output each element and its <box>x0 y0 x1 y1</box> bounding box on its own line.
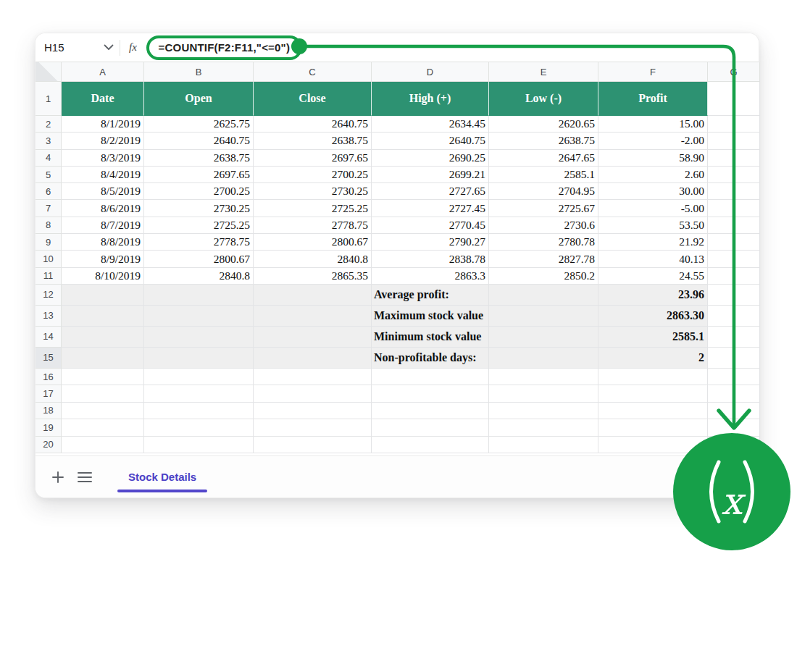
cell[interactable]: 24.55 <box>598 268 708 285</box>
cell[interactable] <box>708 369 760 385</box>
cell[interactable] <box>489 306 598 327</box>
cell[interactable]: 15.00 <box>598 116 708 133</box>
cell[interactable]: 8/6/2019 <box>62 200 144 217</box>
cell[interactable]: 2780.78 <box>489 234 598 251</box>
cell[interactable] <box>708 348 760 369</box>
sheet-tab-stock-details[interactable]: Stock Details <box>118 456 206 497</box>
cell[interactable] <box>62 306 144 327</box>
cell[interactable]: 2800.67 <box>144 251 254 267</box>
cell[interactable] <box>708 183 760 200</box>
cell[interactable] <box>144 385 254 402</box>
cell[interactable] <box>708 82 760 116</box>
cell[interactable] <box>254 348 372 369</box>
row-header-16[interactable]: 16 <box>36 369 62 385</box>
cell[interactable] <box>708 133 760 149</box>
cell[interactable] <box>708 385 760 402</box>
cell[interactable] <box>708 268 760 285</box>
column-header-F[interactable]: F <box>598 62 708 82</box>
column-header-A[interactable]: A <box>62 62 144 82</box>
cell[interactable] <box>62 419 144 436</box>
cell[interactable]: 2840.8 <box>144 268 254 285</box>
row-header-11[interactable]: 11 <box>36 268 62 285</box>
row-header-4[interactable]: 4 <box>36 150 62 167</box>
cell[interactable] <box>708 251 760 267</box>
cell[interactable] <box>62 369 144 385</box>
row-header-6[interactable]: 6 <box>36 183 62 200</box>
row-header-1[interactable]: 1 <box>36 82 62 116</box>
cell[interactable] <box>144 437 254 453</box>
cell[interactable]: 2690.25 <box>372 150 489 167</box>
cell[interactable]: 2697.65 <box>144 167 254 183</box>
cell[interactable] <box>372 419 489 436</box>
cell[interactable] <box>144 327 254 348</box>
summary-value[interactable]: 2585.1 <box>598 327 708 348</box>
cell[interactable]: 2725.25 <box>144 217 254 234</box>
cell[interactable]: 2770.45 <box>372 217 489 234</box>
cell[interactable]: 2727.65 <box>372 183 489 200</box>
summary-label[interactable]: Maximum stock value <box>372 306 489 327</box>
cell[interactable] <box>254 369 372 385</box>
cell[interactable] <box>144 403 254 419</box>
summary-label[interactable]: Non-profitable days: <box>372 348 489 369</box>
cell[interactable]: 2778.75 <box>144 234 254 251</box>
cell[interactable]: -5.00 <box>598 200 708 217</box>
summary-value[interactable]: 2 <box>598 348 708 369</box>
cell[interactable] <box>254 306 372 327</box>
cell[interactable]: 2640.75 <box>144 133 254 149</box>
cell[interactable] <box>489 419 598 436</box>
cell[interactable] <box>708 285 760 306</box>
cell[interactable] <box>254 385 372 402</box>
cell[interactable] <box>708 234 760 251</box>
cell[interactable] <box>489 285 598 306</box>
cell[interactable]: 2647.65 <box>489 150 598 167</box>
cell[interactable]: 2838.78 <box>372 251 489 267</box>
cell[interactable]: 2850.2 <box>489 268 598 285</box>
cell[interactable]: 8/4/2019 <box>62 167 144 183</box>
cell[interactable] <box>144 369 254 385</box>
cell[interactable]: 2800.67 <box>254 234 372 251</box>
cell[interactable] <box>144 419 254 436</box>
row-header-2[interactable]: 2 <box>36 116 62 133</box>
all-sheets-menu-button[interactable] <box>75 468 94 487</box>
cell[interactable]: 2699.21 <box>372 167 489 183</box>
cell[interactable] <box>372 403 489 419</box>
cell[interactable]: 8/1/2019 <box>62 116 144 133</box>
row-header-8[interactable]: 8 <box>36 217 62 234</box>
cell[interactable] <box>489 348 598 369</box>
cell[interactable] <box>708 306 760 327</box>
cell[interactable] <box>708 200 760 217</box>
cell[interactable]: 21.92 <box>598 234 708 251</box>
cell[interactable] <box>598 369 708 385</box>
column-header-D[interactable]: D <box>372 62 489 82</box>
cell[interactable] <box>254 285 372 306</box>
table-header-close[interactable]: Close <box>254 82 372 116</box>
cell[interactable]: 40.13 <box>598 251 708 267</box>
cell[interactable] <box>372 385 489 402</box>
cell[interactable]: 2.60 <box>598 167 708 183</box>
cell[interactable]: 30.00 <box>598 183 708 200</box>
column-header-E[interactable]: E <box>489 62 598 82</box>
cell[interactable] <box>62 285 144 306</box>
table-header-profit[interactable]: Profit <box>598 82 708 116</box>
cell[interactable] <box>708 150 760 167</box>
cell[interactable]: 2727.45 <box>372 200 489 217</box>
summary-value[interactable]: 23.96 <box>598 285 708 306</box>
cell[interactable] <box>254 327 372 348</box>
cell[interactable] <box>254 403 372 419</box>
cell[interactable]: -2.00 <box>598 133 708 149</box>
cell[interactable]: 2585.1 <box>489 167 598 183</box>
row-header-10[interactable]: 10 <box>36 251 62 267</box>
cell[interactable] <box>372 369 489 385</box>
cell[interactable]: 2638.75 <box>144 150 254 167</box>
cell[interactable]: 53.50 <box>598 217 708 234</box>
table-header-open[interactable]: Open <box>144 82 254 116</box>
cell[interactable]: 2640.75 <box>372 133 489 149</box>
cell[interactable] <box>62 327 144 348</box>
summary-label[interactable]: Average profit: <box>372 285 489 306</box>
cell[interactable] <box>598 385 708 402</box>
row-header-13[interactable]: 13 <box>36 306 62 327</box>
cell[interactable] <box>62 437 144 453</box>
column-header-G[interactable]: G <box>708 62 760 82</box>
summary-value[interactable]: 2863.30 <box>598 306 708 327</box>
cell[interactable]: 2730.6 <box>489 217 598 234</box>
